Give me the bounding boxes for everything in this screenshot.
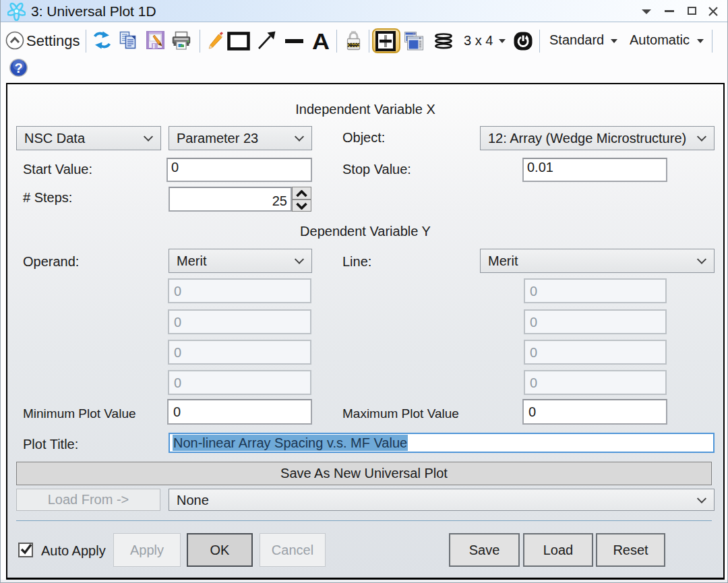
svg-text:?: ? <box>14 61 22 75</box>
svg-text:A: A <box>312 28 330 52</box>
